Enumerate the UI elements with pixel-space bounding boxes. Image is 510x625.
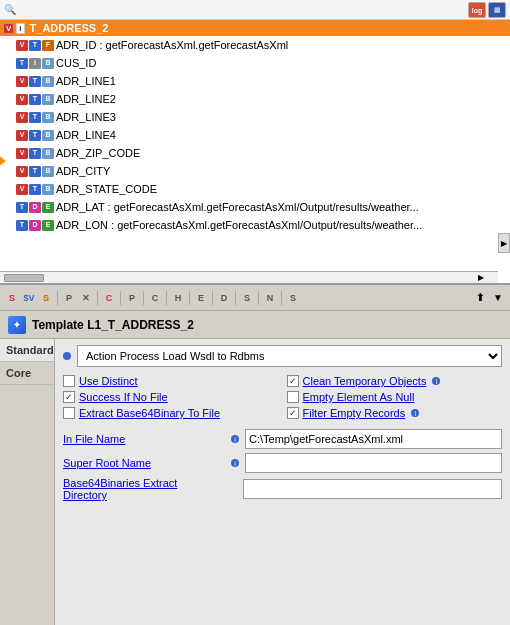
tree-item: VTB ADR_LINE4 xyxy=(0,126,510,144)
toolbar-separator xyxy=(57,291,58,305)
scrollbar-bottom[interactable]: ▶ xyxy=(0,271,498,283)
tree-item-icon: V xyxy=(16,76,28,87)
field-input-base64Dir[interactable] xyxy=(243,479,502,499)
root-icon-v: V xyxy=(4,24,13,33)
tab-core[interactable]: Core xyxy=(0,362,54,385)
checkbox-label-successNoFile: Success If No File xyxy=(79,391,168,403)
toolbar-button[interactable]: N xyxy=(262,290,278,306)
template-icon: ✦ xyxy=(8,316,26,334)
toolbar-separator xyxy=(97,291,98,305)
tree-item-icon: V xyxy=(16,130,28,141)
tree-item-icon: E xyxy=(42,202,54,213)
content-area: Standard Core Action Process Load Wsdl t… xyxy=(0,339,510,625)
checkbox-label-useDistinct: Use Distinct xyxy=(79,375,138,387)
tree-item-icon: B xyxy=(42,184,54,195)
arrow-indicator xyxy=(0,155,6,167)
search-icon: 🔍 xyxy=(4,4,16,15)
toolbar-button[interactable]: P xyxy=(61,290,77,306)
left-tabs: Standard Core xyxy=(0,339,55,625)
checkbox-emptyElement[interactable]: Empty Element As Null xyxy=(287,391,503,403)
toolbar-separator xyxy=(258,291,259,305)
checkbox-label-extractBase64: Extract Base64Binary To File xyxy=(79,407,220,419)
tree-item-icon: B xyxy=(42,112,54,123)
tree-item-icon: T xyxy=(29,94,41,105)
tree-item-icon: D xyxy=(29,202,41,213)
checkbox-filterEmpty[interactable]: Filter Empty Recordsi xyxy=(287,407,503,419)
tree-item: VTB ADR_ZIP_CODE xyxy=(0,144,510,162)
root-icon-i: i xyxy=(16,23,24,34)
tree-item-icon: T xyxy=(29,184,41,195)
scroll-thumb xyxy=(4,274,44,282)
info-dot-inFileName: i xyxy=(231,435,239,443)
log-icon[interactable]: log xyxy=(468,2,486,18)
template-title: Template L1_T_ADDRESS_2 xyxy=(32,318,194,332)
tree-item-icon: V xyxy=(16,166,28,177)
field-label-inFileName: In File Name xyxy=(63,433,223,445)
toolbar-button[interactable]: S xyxy=(285,290,301,306)
tree-item-icon: B xyxy=(42,130,54,141)
tree-item-label: ADR_LINE1 xyxy=(56,73,116,89)
toolbar-button[interactable]: P xyxy=(124,290,140,306)
checkbox-input-emptyElement[interactable] xyxy=(287,391,299,403)
field-input-inFileName[interactable] xyxy=(245,429,502,449)
tree-container: V i T_ADDRESS_2 VTF ADR_ID : getForecast… xyxy=(0,20,510,283)
field-input-superRootName[interactable] xyxy=(245,453,502,473)
tree-item: VTB ADR_LINE2 xyxy=(0,90,510,108)
tree-item: VTB ADR_STATE_CODE xyxy=(0,180,510,198)
field-row-base64Dir: Base64Binaries Extract Directory xyxy=(63,477,502,501)
tree-item-icons: VTB xyxy=(16,76,54,87)
field-label-superRootName: Super Root Name xyxy=(63,457,223,469)
checkbox-input-successNoFile[interactable] xyxy=(63,391,75,403)
tree-item-icons: VTF xyxy=(16,40,54,51)
toolbar-button[interactable]: H xyxy=(170,290,186,306)
toolbar-separator xyxy=(189,291,190,305)
checkbox-input-cleanTemp[interactable] xyxy=(287,375,299,387)
tree-item-icons: TDE xyxy=(16,202,54,213)
tree-item-icon: T xyxy=(29,130,41,141)
checkbox-label-emptyElement: Empty Element As Null xyxy=(303,391,415,403)
main-content: Action Process Load Wsdl to Rdbms Use Di… xyxy=(55,339,510,625)
toolbar-button[interactable]: E xyxy=(193,290,209,306)
checkbox-successNoFile[interactable]: Success If No File xyxy=(63,391,279,403)
tree-item-label: ADR_LAT : getForecastAsXml.getForecastAs… xyxy=(56,199,419,215)
tree-item-label: ADR_LINE3 xyxy=(56,109,116,125)
bottom-panel: S$VSP✕CPCHEDSNS ⬆ ▼ ✦ Template L1_T_ADDR… xyxy=(0,285,510,625)
checkbox-input-filterEmpty[interactable] xyxy=(287,407,299,419)
checkbox-useDistinct[interactable]: Use Distinct xyxy=(63,375,279,387)
tree-root-label: T_ADDRESS_2 xyxy=(30,22,109,34)
chart-icon[interactable]: ▦ xyxy=(488,2,506,18)
toolbar-button[interactable]: S xyxy=(239,290,255,306)
toolbar-right: ⬆ ▼ xyxy=(472,290,506,306)
checkbox-cleanTemp[interactable]: Clean Temporary Objectsi xyxy=(287,375,503,387)
toolbar-export-icon[interactable]: ⬆ xyxy=(472,290,488,306)
checkbox-input-extractBase64[interactable] xyxy=(63,407,75,419)
toolbar-button[interactable]: S xyxy=(38,290,54,306)
info-dot-superRootName: i xyxy=(231,459,239,467)
tree-item: TDE ADR_LON : getForecastAsXml.getForeca… xyxy=(0,216,510,234)
tree-item-label: ADR_LINE2 xyxy=(56,91,116,107)
field-label-base64Dir: Base64Binaries Extract Directory xyxy=(63,477,223,501)
tree-item-icon: T xyxy=(29,76,41,87)
toolbar-button[interactable]: C xyxy=(147,290,163,306)
action-dropdown[interactable]: Action Process Load Wsdl to Rdbms xyxy=(77,345,502,367)
toolbar-button[interactable]: C xyxy=(101,290,117,306)
tab-standard[interactable]: Standard xyxy=(0,339,54,362)
tree-item: VTB ADR_LINE1 xyxy=(0,72,510,90)
fields-section: In File Name i Super Root Name i Base64B… xyxy=(63,429,502,501)
tree-item-icon: B xyxy=(42,148,54,159)
toolbar-button[interactable]: D xyxy=(216,290,232,306)
tree-item-icons: TIB xyxy=(16,58,54,69)
checkbox-extractBase64[interactable]: Extract Base64Binary To File xyxy=(63,407,279,419)
checkbox-input-useDistinct[interactable] xyxy=(63,375,75,387)
toolbar-separator xyxy=(120,291,121,305)
toolbar-button[interactable]: ✕ xyxy=(78,290,94,306)
toolbar-expand-icon[interactable]: ▼ xyxy=(490,290,506,306)
toolbar-button[interactable]: S xyxy=(4,290,20,306)
scrollbar-right[interactable]: ▶ xyxy=(498,233,510,253)
toolbar-separator xyxy=(235,291,236,305)
top-right-icons: log ▦ xyxy=(468,2,506,18)
tree-item-icon: V xyxy=(16,184,28,195)
toolbar-button[interactable]: $V xyxy=(21,290,37,306)
tree-item: VTF ADR_ID : getForecastAsXml.getForecas… xyxy=(0,36,510,54)
tree-item: TIB CUS_ID xyxy=(0,54,510,72)
